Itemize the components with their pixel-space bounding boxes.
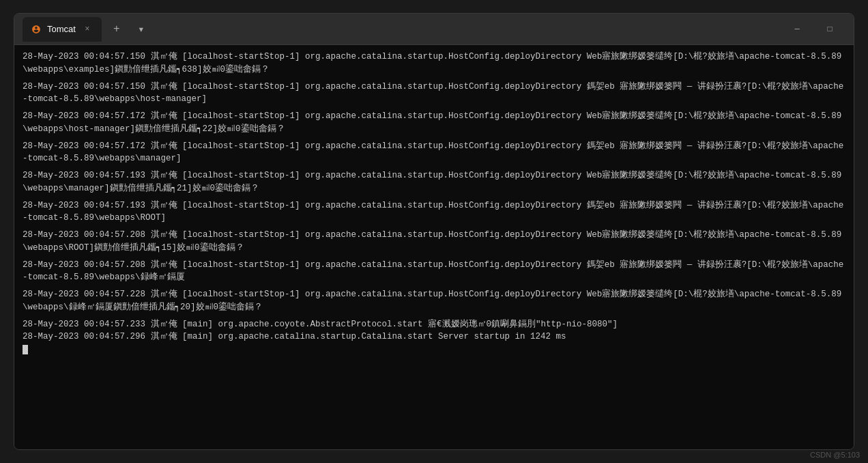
- log-line: 28-May-2023 00:04:57.233 淇㎡俺 [main] org.…: [23, 318, 845, 331]
- tab-controls: + ▾: [107, 20, 151, 39]
- log-line: 28-May-2023 00:04:57.296 淇㎡俺 [main] org.…: [23, 331, 845, 343]
- dropdown-button[interactable]: ▾: [132, 20, 151, 39]
- terminal-window: Tomcat × + ▾ ─ □ 28-May-2023 00:04:57.15…: [14, 13, 854, 450]
- new-tab-button[interactable]: +: [107, 20, 126, 39]
- log-line: 28-May-2023 00:04:57.150 淇㎡俺 [localhost-…: [23, 51, 845, 76]
- log-line: 28-May-2023 00:04:57.193 淇㎡俺 [localhost-…: [23, 199, 845, 225]
- log-line: 28-May-2023 00:04:57.172 淇㎡俺 [localhost-…: [23, 110, 845, 136]
- log-line: 28-May-2023 00:04:57.150 淇㎡俺 [localhost-…: [23, 81, 845, 107]
- tomcat-icon: [31, 24, 42, 35]
- log-line: 28-May-2023 00:04:57.228 淇㎡俺 [localhost-…: [23, 288, 845, 314]
- maximize-button[interactable]: □: [814, 18, 845, 40]
- log-line: 28-May-2023 00:04:57.208 淇㎡俺 [localhost-…: [23, 259, 845, 285]
- cursor-line: [23, 343, 845, 356]
- log-line: 28-May-2023 00:04:57.172 淇㎡俺 [localhost-…: [23, 140, 845, 166]
- watermark: CSDN @5:103: [810, 451, 860, 459]
- log-line: 28-May-2023 00:04:57.208 淇㎡俺 [localhost-…: [23, 229, 845, 255]
- tab-close-button[interactable]: ×: [81, 23, 93, 36]
- tab-tomcat[interactable]: Tomcat ×: [23, 17, 102, 42]
- log-line: 28-May-2023 00:04:57.193 淇㎡俺 [localhost-…: [23, 169, 845, 195]
- minimize-button[interactable]: ─: [781, 18, 813, 40]
- tab-title: Tomcat: [47, 24, 76, 34]
- cursor: [23, 345, 28, 354]
- terminal-body[interactable]: 28-May-2023 00:04:57.150 淇㎡俺 [localhost-…: [14, 45, 854, 449]
- window-controls: ─ □: [781, 18, 845, 40]
- title-bar: Tomcat × + ▾ ─ □: [14, 14, 854, 45]
- tab-area: Tomcat × + ▾: [23, 17, 781, 42]
